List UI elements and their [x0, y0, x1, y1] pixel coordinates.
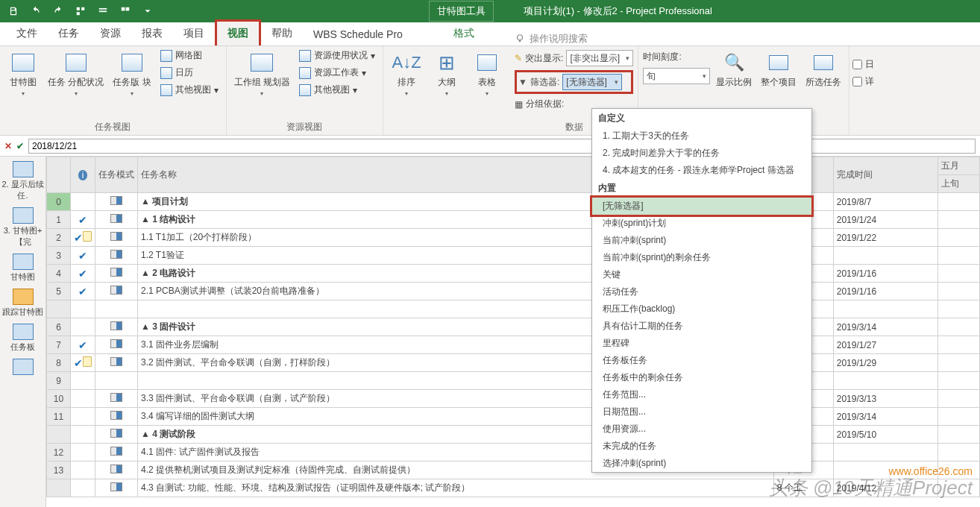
- tab-task[interactable]: 任务: [48, 22, 89, 45]
- cell-info[interactable]: [71, 426, 95, 444]
- cell-mode[interactable]: [95, 193, 138, 211]
- cell-info[interactable]: ✔: [71, 283, 95, 300]
- cell-finish[interactable]: 2019/1/16: [833, 283, 937, 300]
- row-header[interactable]: [47, 300, 71, 318]
- dropdown-item[interactable]: 活动任务: [592, 283, 811, 300]
- row-header[interactable]: 6: [47, 318, 71, 336]
- table-row[interactable]: 7✔ 3.1 固件业务层编制12 个工2019/1/27: [47, 336, 980, 354]
- filter-combo[interactable]: [无筛选器]▾: [562, 74, 622, 90]
- cell-mode[interactable]: [95, 229, 138, 247]
- cell-finish[interactable]: 2019/1/29: [833, 354, 937, 372]
- cell-gantt[interactable]: [937, 390, 979, 408]
- dropdown-item[interactable]: 2. 完成时间差异大于零的任务: [592, 145, 811, 162]
- row-header[interactable]: 10: [47, 390, 71, 408]
- cell-finish[interactable]: 2019/1/22: [833, 229, 937, 247]
- cell-gantt[interactable]: [937, 336, 979, 354]
- dropdown-item[interactable]: 里程碑: [592, 335, 811, 352]
- cell-mode[interactable]: [95, 336, 138, 354]
- cell-gantt[interactable]: [937, 229, 979, 247]
- cell-gantt[interactable]: [937, 283, 979, 300]
- cell-finish[interactable]: 2019/8/7: [833, 193, 937, 211]
- cell-finish[interactable]: 2019/3/14: [833, 408, 937, 426]
- dropdown-item[interactable]: 关键: [592, 266, 811, 283]
- cell-info[interactable]: [71, 444, 95, 462]
- dropdown-item[interactable]: 任务板任务: [592, 352, 811, 369]
- cell-mode[interactable]: [95, 354, 138, 372]
- cell-info[interactable]: [71, 479, 95, 497]
- row-header[interactable]: 11: [47, 408, 71, 426]
- row-header[interactable]: [47, 426, 71, 444]
- cell-mode[interactable]: [95, 390, 138, 408]
- cell-mode[interactable]: [95, 444, 138, 462]
- zoom-button[interactable]: 🔍显示比例: [713, 48, 755, 92]
- entry-input[interactable]: [28, 139, 976, 154]
- col-timescale-bottom[interactable]: 上旬: [937, 175, 979, 193]
- cancel-icon[interactable]: ✕: [4, 141, 12, 151]
- task-board-button[interactable]: 任务版 块▾: [110, 48, 154, 100]
- task-usage-button[interactable]: 任务 分配状况▾: [45, 48, 107, 100]
- calendar-button[interactable]: 日历: [157, 65, 222, 81]
- dropdown-item[interactable]: 日期范围...: [592, 403, 811, 421]
- table-row[interactable]: [47, 300, 980, 318]
- selected-tasks-button[interactable]: 所选任务: [802, 48, 844, 92]
- row-header[interactable]: 7: [47, 336, 71, 354]
- tab-project[interactable]: 项目: [173, 22, 215, 45]
- cell-gantt[interactable]: [937, 318, 979, 336]
- table-row[interactable]: 4✔▲ 2 电路设计2 个工2019/1/16: [47, 265, 980, 283]
- cell-info[interactable]: ✔: [71, 336, 95, 354]
- accept-icon[interactable]: ✔: [16, 141, 24, 151]
- table-row[interactable]: 4.3 自测试: 功能、性能、环境、结构及测试报告（证明固件及硬件版本; 试产阶…: [47, 479, 980, 497]
- timescale-combo[interactable]: 旬▾: [643, 68, 710, 84]
- cell-gantt[interactable]: [937, 444, 979, 462]
- row-header[interactable]: 3: [47, 247, 71, 265]
- qat-btn2[interactable]: [92, 1, 113, 22]
- cell-gantt[interactable]: [937, 265, 979, 283]
- save-icon[interactable]: [3, 1, 24, 22]
- cell-gantt[interactable]: [937, 193, 979, 211]
- table-row[interactable]: 3✔ 1.2 T1验证3 个工: [47, 247, 980, 265]
- cell-gantt[interactable]: [937, 372, 979, 390]
- dropdown-item[interactable]: 冲刺(sprint)计划: [592, 215, 811, 232]
- network-diagram-button[interactable]: 网络图: [157, 48, 222, 63]
- cell-info[interactable]: [71, 193, 95, 211]
- table-row[interactable]: 5✔ 2.1 PCBA测试并调整（试装20台前电路准备）2 个工2019/1/1…: [47, 283, 980, 300]
- qat-btn3[interactable]: [115, 1, 136, 22]
- cell-mode[interactable]: [95, 247, 138, 265]
- dropdown-item[interactable]: 积压工作(backlog): [592, 300, 811, 318]
- cell-finish[interactable]: 2019/4/12: [833, 479, 937, 497]
- cell-gantt[interactable]: [937, 211, 979, 229]
- redo-icon[interactable]: [48, 1, 69, 22]
- gantt-chart-button[interactable]: 甘特图▾: [4, 48, 42, 100]
- dropdown-item[interactable]: 任务板中的剩余任务: [592, 369, 811, 386]
- col-finish[interactable]: 完成时间: [833, 157, 937, 193]
- cell-gantt[interactable]: [937, 479, 979, 497]
- cell-gantt[interactable]: [937, 462, 979, 479]
- cell-mode[interactable]: [95, 318, 138, 336]
- cell-mode[interactable]: [95, 426, 138, 444]
- table-row[interactable]: 2✔ 1.1 T1加工（20个打样阶段）22 个工2019/1/22: [47, 229, 980, 247]
- dropdown-item[interactable]: 4. 成本超支的任务 - 跟连永老师学Project 筛选器: [592, 162, 811, 179]
- cell-duration[interactable]: 8 个工: [773, 479, 833, 497]
- cell-mode[interactable]: [95, 408, 138, 426]
- table-row[interactable]: ▲ 4 测试阶段39 个2019/5/10: [47, 426, 980, 444]
- row-header[interactable]: 13: [47, 462, 71, 479]
- cell-finish[interactable]: [833, 247, 937, 265]
- cell-finish[interactable]: 2019/1/27: [833, 336, 937, 354]
- viewbar-item[interactable]: 3. 甘特图+【完: [0, 207, 45, 248]
- cell-info[interactable]: [71, 372, 95, 390]
- cell-finish[interactable]: [833, 462, 937, 479]
- table-row[interactable]: 6▲ 3 固件设计39 个2019/3/14: [47, 318, 980, 336]
- row-header[interactable]: 8: [47, 354, 71, 372]
- cell-gantt[interactable]: [937, 354, 979, 372]
- tell-me-search[interactable]: 操作说明搜索: [515, 32, 588, 45]
- tab-help[interactable]: 帮助: [261, 22, 303, 45]
- cell-info[interactable]: ✔: [71, 354, 95, 372]
- cell-finish[interactable]: [833, 300, 937, 318]
- table-row[interactable]: 11 3.4 编写详细的固件测试大纲1 个工2019/3/14: [47, 408, 980, 426]
- cell-info[interactable]: [71, 300, 95, 318]
- tab-resource[interactable]: 资源: [89, 22, 131, 45]
- check-details[interactable]: 详: [852, 75, 874, 88]
- cell-mode[interactable]: [95, 265, 138, 283]
- cell-finish[interactable]: 2019/5/10: [833, 426, 937, 444]
- dropdown-item[interactable]: 使用资源...: [592, 421, 811, 438]
